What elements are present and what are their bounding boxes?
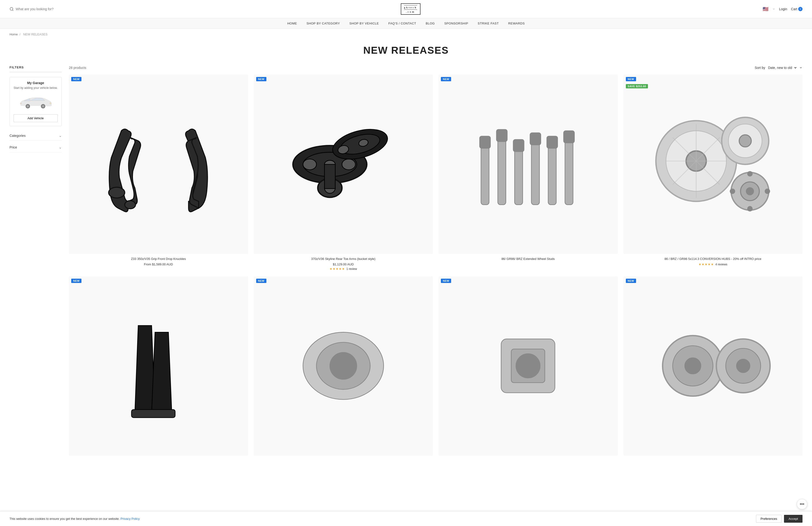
- page-title-section: NEW RELEASES: [0, 40, 812, 66]
- cart-count: 0: [798, 7, 802, 11]
- filter-categories-label: Categories: [10, 134, 26, 138]
- svg-point-46: [746, 187, 754, 195]
- svg-point-47: [747, 171, 753, 176]
- cart-button[interactable]: Cart 0: [791, 7, 802, 11]
- product-image-wrap: NEW: [69, 75, 248, 254]
- grid-header: 28 products Sort by Date, new to old Dat…: [69, 66, 802, 70]
- product-card[interactable]: NEW: [623, 276, 803, 458]
- product-image: [646, 97, 780, 232]
- product-image-wrap: NEW: [623, 276, 803, 456]
- product-image: [276, 97, 410, 232]
- stars: ★★★★★: [698, 262, 714, 266]
- nav-item-blog[interactable]: BLOG: [426, 22, 435, 25]
- svg-point-3: [27, 105, 29, 107]
- product-card[interactable]: NEW: [254, 75, 433, 271]
- svg-point-5: [42, 105, 44, 107]
- svg-point-50: [765, 188, 770, 194]
- svg-point-49: [730, 188, 735, 194]
- my-garage-title: My Garage: [14, 81, 58, 85]
- search-icon: [10, 7, 14, 11]
- filter-price-header[interactable]: Price ⌄: [10, 143, 62, 152]
- product-image: [461, 299, 595, 433]
- product-card[interactable]: NEW: [69, 276, 248, 458]
- product-image-wrap: NEW: [438, 276, 618, 456]
- svg-rect-6: [50, 103, 51, 104]
- product-grid: NEW Z33 350z/V35: [69, 75, 802, 458]
- product-card[interactable]: NEW: [254, 276, 433, 458]
- product-image-wrap: NEW: [438, 75, 618, 254]
- svg-point-12: [303, 159, 317, 170]
- svg-point-57: [516, 354, 540, 378]
- svg-rect-17: [324, 165, 335, 189]
- sort-area: Sort by Date, new to old Date, old to ne…: [755, 66, 802, 70]
- product-card[interactable]: NEW SAVE $253.60: [623, 75, 803, 271]
- svg-rect-23: [480, 136, 491, 148]
- filter-categories-header[interactable]: Categories ⌄: [10, 131, 62, 141]
- nav-item-shop-by-vehicle[interactable]: SHOP BY VEHICLE: [349, 22, 379, 25]
- breadcrumb-home[interactable]: Home: [10, 32, 18, 36]
- product-badge-new: NEW: [71, 279, 82, 283]
- svg-rect-51: [132, 410, 175, 418]
- nav-item-rewards[interactable]: REWARDS: [508, 22, 525, 25]
- page-title: NEW RELEASES: [10, 45, 802, 56]
- header-right: 🇺🇸 Login Cart 0: [763, 6, 802, 12]
- product-image: [276, 299, 410, 433]
- product-image: [91, 299, 226, 433]
- search-input[interactable]: [16, 7, 58, 11]
- product-badge-new: NEW: [256, 279, 266, 283]
- svg-rect-29: [530, 133, 541, 145]
- nav-item-shop-by-category[interactable]: SHOP BY CATEGORY: [306, 22, 340, 25]
- stars: ★★★★★: [330, 267, 345, 271]
- product-name: 370z/V36 Skyline Rear Toe Arms (bucket s…: [254, 257, 433, 261]
- svg-rect-27: [513, 140, 524, 152]
- svg-point-9: [125, 200, 135, 209]
- nav-item-sponsorship[interactable]: SPONSORSHIP: [444, 22, 468, 25]
- product-image-wrap: NEW: [254, 276, 433, 456]
- filter-price[interactable]: Price ⌄: [10, 143, 62, 152]
- main-layout: FILTERS My Garage Start by adding your v…: [0, 66, 812, 468]
- svg-rect-25: [496, 129, 507, 141]
- svg-line-1: [12, 10, 13, 11]
- svg-point-54: [330, 353, 357, 380]
- search-area[interactable]: [10, 7, 58, 11]
- product-card[interactable]: NEW Z33 350z/V35: [69, 75, 248, 271]
- product-card[interactable]: NEW: [438, 75, 618, 271]
- car-svg: [19, 95, 52, 109]
- svg-point-48: [747, 206, 753, 211]
- main-nav: HOME SHOP BY CATEGORY SHOP BY VEHICLE FA…: [0, 18, 812, 29]
- product-card[interactable]: NEW: [438, 276, 618, 458]
- login-link[interactable]: Login: [779, 7, 787, 11]
- product-image-wrap: NEW SAVE $253.60: [623, 75, 803, 254]
- product-badge-new: NEW: [71, 77, 82, 81]
- sort-select[interactable]: Date, new to old Date, old to new Price,…: [767, 66, 797, 70]
- sidebar: FILTERS My Garage Start by adding your v…: [10, 66, 62, 458]
- nav-item-home[interactable]: HOME: [287, 22, 297, 25]
- product-price: From $1,589.00 AUD: [69, 262, 248, 266]
- nav-item-strike-fast[interactable]: STRIKE FAST: [478, 22, 499, 25]
- filters-title: FILTERS: [10, 66, 62, 69]
- svg-point-14: [342, 159, 356, 170]
- product-badge-new: NEW: [441, 279, 451, 283]
- language-flag[interactable]: 🇺🇸: [763, 6, 769, 12]
- svg-point-63: [737, 359, 750, 373]
- product-name: 86/ GR86/ BRZ Extended Wheel Studs: [438, 257, 618, 261]
- product-image-wrap: NEW: [69, 276, 248, 456]
- svg-point-60: [685, 358, 701, 374]
- product-image: [461, 97, 595, 232]
- svg-rect-33: [564, 131, 574, 143]
- product-image: [646, 299, 780, 433]
- nav-item-faqs[interactable]: FAQ'S / CONTACT: [389, 22, 416, 25]
- product-reviews: ★★★★★ 4 reviews: [623, 262, 803, 266]
- svg-point-43: [739, 135, 751, 147]
- product-count: 28 products: [69, 66, 86, 70]
- product-badge-save: SAVE $253.60: [626, 84, 648, 88]
- header: gktech .com 🇺🇸 Login Cart 0: [0, 0, 812, 18]
- my-garage-box: My Garage Start by adding your vehicle b…: [10, 77, 62, 126]
- sort-label: Sort by: [755, 66, 765, 70]
- add-vehicle-button[interactable]: Add Vehicle: [14, 114, 58, 122]
- product-badge-new: NEW: [441, 77, 451, 81]
- svg-rect-7: [20, 103, 21, 104]
- filter-categories[interactable]: Categories ⌄: [10, 131, 62, 141]
- filter-price-label: Price: [10, 145, 17, 149]
- review-count: 4 reviews: [715, 263, 727, 266]
